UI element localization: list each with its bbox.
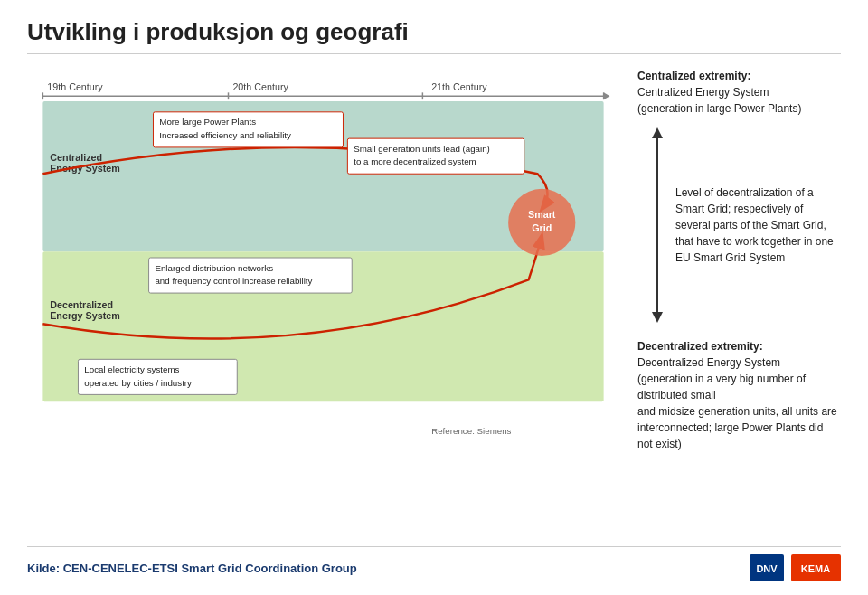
diagram-svg: 19th Century 20th Century 21th Century C… xyxy=(27,68,619,448)
svg-text:operated by cities / industry: operated by cities / industry xyxy=(84,378,192,388)
centralized-extremity-box: Centralized extremity: Centralized Energ… xyxy=(637,68,841,117)
footer-area: Kilde: CEN-CENELEC-ETSI Smart Grid Coord… xyxy=(27,546,841,581)
svg-text:DNV: DNV xyxy=(756,563,778,574)
svg-text:Grid: Grid xyxy=(532,222,552,233)
svg-text:KEMA: KEMA xyxy=(801,563,830,574)
svg-marker-8 xyxy=(604,92,610,99)
svg-text:Energy System: Energy System xyxy=(50,310,120,321)
page-title: Utvikling i produksjon og geografi xyxy=(27,18,841,54)
decentralized-desc: Decentralized Energy System(generation i… xyxy=(637,356,837,450)
svg-marker-31 xyxy=(652,128,663,138)
svg-text:21th Century: 21th Century xyxy=(431,81,487,92)
centralized-label: Centralized extremity: xyxy=(637,70,750,82)
svg-text:Energy System: Energy System xyxy=(50,163,120,174)
svg-text:and frequency control increase: and frequency control increase reliabili… xyxy=(155,276,312,286)
svg-text:Reference: Siemens: Reference: Siemens xyxy=(431,426,511,436)
footer-text: Kilde: CEN-CENELEC-ETSI Smart Grid Coord… xyxy=(27,562,357,575)
svg-text:to a more decentralized system: to a more decentralized system xyxy=(354,156,476,166)
vertical-arrow-svg xyxy=(646,126,668,325)
svg-text:Local electricity systems: Local electricity systems xyxy=(84,364,179,374)
decentralized-extremity-box: Decentralized extremity: Decentralized E… xyxy=(637,338,841,452)
svg-text:19th Century: 19th Century xyxy=(47,81,103,92)
svg-text:Smart: Smart xyxy=(528,209,556,220)
svg-text:Decentralized: Decentralized xyxy=(50,299,113,310)
svg-text:Centralized: Centralized xyxy=(50,152,102,163)
svg-text:Increased efficiency and relia: Increased efficiency and reliability xyxy=(159,130,291,140)
vertical-arrow-container: Level of decentralization of a Smart Gri… xyxy=(646,126,838,325)
svg-marker-33 xyxy=(652,312,663,323)
svg-text:20th Century: 20th Century xyxy=(232,81,288,92)
logo-area: DNV KEMA xyxy=(750,554,841,581)
centralized-desc: Centralized Energy System(generation in … xyxy=(637,86,801,115)
svg-text:Enlarged distribution networks: Enlarged distribution networks xyxy=(155,263,273,273)
right-panel: Centralized extremity: Centralized Energ… xyxy=(637,68,841,542)
content-area: 19th Century 20th Century 21th Century C… xyxy=(27,68,841,542)
diagram-area: 19th Century 20th Century 21th Century C… xyxy=(27,68,624,542)
dnv-logo: DNV xyxy=(750,554,784,581)
page-container: Utvikling i produksjon og geografi 19th … xyxy=(0,0,868,595)
svg-text:More large Power Plants: More large Power Plants xyxy=(159,117,256,127)
kema-logo: KEMA xyxy=(791,554,841,581)
svg-text:Small generation units lead (a: Small generation units lead (again) xyxy=(354,144,490,154)
arrow-section: Level of decentralization of a Smart Gri… xyxy=(646,126,841,325)
level-text: Level of decentralization of a Smart Gri… xyxy=(675,184,838,266)
decentralized-label: Decentralized extremity: xyxy=(637,340,763,353)
